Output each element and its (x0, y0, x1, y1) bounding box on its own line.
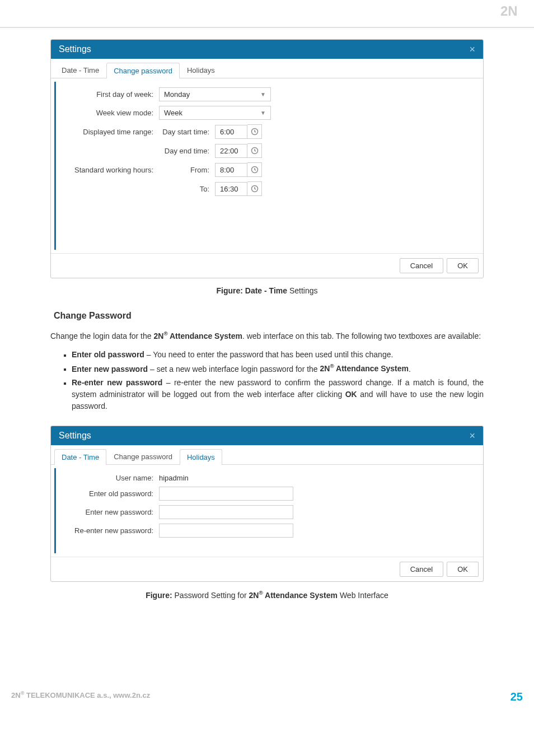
to-input[interactable] (215, 182, 247, 196)
settings-modal-datetime: Settings × Date - Time Change password H… (50, 39, 484, 278)
day-start-input[interactable] (215, 125, 247, 139)
figure-caption-1: Figure: Date - Time Settings (50, 286, 484, 295)
username-value: hipadmin (159, 474, 189, 482)
close-icon[interactable]: × (469, 44, 475, 54)
ok-button[interactable]: OK (447, 258, 479, 273)
modal-titlebar: Settings × (51, 40, 483, 59)
displayed-range-label: Displayed time range: (64, 128, 159, 136)
bullet-list: Enter old password – You need to enter t… (50, 349, 484, 413)
chevron-down-icon: ▼ (260, 91, 266, 97)
modal-title-text: Settings (59, 431, 91, 441)
clock-icon[interactable] (247, 162, 262, 177)
bullet-reenter-password: Re-enter new password – re-enter the new… (72, 377, 484, 412)
section-heading: Change Password (54, 311, 484, 321)
first-day-value: Monday (164, 90, 190, 99)
modal-body: User name: hipadmin Enter old password: … (54, 468, 480, 553)
bullet-old-password: Enter old password – You need to enter t… (72, 349, 484, 361)
page-content: Settings × Date - Time Change password H… (0, 28, 534, 683)
tab-change-password[interactable]: Change password (106, 449, 180, 464)
settings-modal-password: Settings × Date - Time Change password H… (50, 426, 484, 582)
cancel-button[interactable]: Cancel (400, 258, 443, 273)
ok-button[interactable]: OK (447, 562, 479, 577)
brand-logo-icon: 2N (500, 3, 523, 19)
reenter-password-input[interactable] (159, 524, 293, 538)
intro-paragraph: Change the login data for the 2N® Attend… (50, 330, 484, 342)
figure-caption-2: Figure: Password Setting for 2N® Attenda… (50, 590, 484, 600)
svg-text:2N: 2N (500, 3, 518, 18)
modal-footer: Cancel OK (51, 557, 483, 581)
cancel-button[interactable]: Cancel (400, 562, 443, 577)
tab-holidays[interactable]: Holidays (180, 62, 222, 78)
modal-footer: Cancel OK (51, 253, 483, 278)
tab-holidays[interactable]: Holidays (180, 449, 222, 465)
old-password-input[interactable] (159, 487, 293, 501)
modal-titlebar: Settings × (51, 426, 483, 445)
modal-body: First day of week: Monday ▼ Week view mo… (54, 82, 480, 250)
day-end-label: Day end time: (159, 147, 215, 155)
week-view-label: Week view mode: (64, 109, 159, 117)
week-view-value: Week (164, 109, 182, 117)
to-label: To: (159, 185, 215, 193)
clock-icon[interactable] (247, 181, 262, 196)
first-day-label: First day of week: (64, 90, 159, 99)
tab-change-password[interactable]: Change password (106, 63, 180, 78)
tab-date-time[interactable]: Date - Time (54, 449, 106, 465)
page-header: 2N (0, 0, 534, 28)
day-end-input[interactable] (215, 144, 247, 158)
first-day-select[interactable]: Monday ▼ (159, 87, 271, 101)
username-label: User name: (64, 474, 159, 482)
footer-left: 2N® TELEKOMUNIKACE a.s., www.2n.cz (11, 690, 150, 703)
page-footer: 2N® TELEKOMUNIKACE a.s., www.2n.cz 25 (0, 683, 534, 711)
from-label: From: (159, 166, 215, 174)
page-number: 25 (510, 690, 523, 703)
tab-date-time[interactable]: Date - Time (54, 62, 106, 78)
week-view-select[interactable]: Week ▼ (159, 106, 271, 120)
chevron-down-icon: ▼ (260, 110, 266, 116)
tabs: Date - Time Change password Holidays (51, 59, 483, 78)
clock-icon[interactable] (247, 124, 262, 139)
new-password-input[interactable] (159, 505, 293, 519)
modal-title-text: Settings (59, 44, 91, 54)
clock-icon[interactable] (247, 143, 262, 158)
renewpw-label: Re-enter new password: (64, 526, 159, 535)
std-hours-label: Standard working hours: (64, 166, 159, 174)
tabs: Date - Time Change password Holidays (51, 445, 483, 465)
from-input[interactable] (215, 163, 247, 177)
close-icon[interactable]: × (469, 431, 475, 441)
oldpw-label: Enter old password: (64, 489, 159, 498)
day-start-label: Day start time: (159, 128, 215, 136)
newpw-label: Enter new password: (64, 508, 159, 516)
bullet-new-password: Enter new password – set a new web inter… (72, 363, 484, 375)
